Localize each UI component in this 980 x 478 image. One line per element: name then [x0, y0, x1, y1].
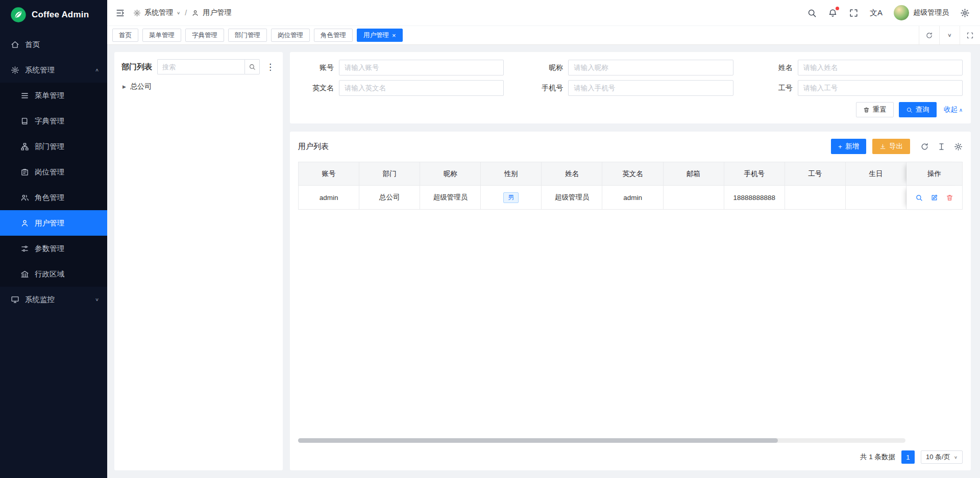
sidebar-item-post-management[interactable]: 岗位管理 [0, 159, 107, 185]
department-more-button[interactable]: ⋮ [265, 63, 276, 71]
english-name-input[interactable] [339, 80, 504, 96]
user-name: 超级管理员 [913, 8, 949, 17]
refresh-icon [925, 32, 933, 39]
nickname-input[interactable] [568, 60, 733, 76]
team-icon [20, 193, 29, 202]
page-number-button[interactable]: 1 [901, 450, 915, 464]
tab-bar: 首页 菜单管理 字典管理 部门管理 岗位管理 角色管理 用户管理 × ∨ [107, 26, 980, 45]
global-search-button[interactable] [807, 8, 817, 18]
refresh-icon[interactable] [920, 142, 929, 151]
column-header: 工号 [785, 162, 846, 186]
breadcrumb-item-system[interactable]: 系统管理 [144, 8, 173, 17]
export-button[interactable]: 导出 [872, 139, 910, 154]
refresh-tab-button[interactable] [919, 26, 939, 44]
phone-input[interactable] [568, 80, 733, 96]
content-fullscreen-button[interactable] [960, 26, 980, 44]
column-header: 英文名 [602, 162, 663, 186]
caret-right-icon[interactable]: ▶ [122, 84, 126, 89]
search-form-card: 账号 昵称 姓名 英文名 [290, 52, 971, 123]
notifications-button[interactable] [828, 8, 838, 18]
user-icon [191, 9, 199, 17]
page-size-select[interactable]: 10 条/页 ∨ [921, 450, 963, 464]
edit-icon[interactable] [930, 194, 938, 202]
tab-post-management[interactable]: 岗位管理 [271, 29, 310, 42]
query-button[interactable]: 查询 [899, 102, 937, 117]
chevron-down-icon: ∨ [947, 32, 952, 38]
column-settings-icon[interactable] [954, 142, 963, 151]
tab-close-icon[interactable]: × [392, 32, 396, 39]
chevron-down-icon: ∨ [954, 455, 958, 460]
user-menu[interactable]: 超级管理员 [894, 5, 949, 20]
sidebar-item-system-monitor[interactable]: 系统监控 ∨ [0, 287, 107, 312]
tab-dict-management[interactable]: 字典管理 [185, 29, 224, 42]
chevron-up-icon: ∧ [95, 67, 99, 72]
tree-node-head-office[interactable]: ▶ 总公司 [121, 82, 276, 91]
cell-dept: 总公司 [359, 186, 420, 210]
field-label: 英文名 [298, 84, 339, 93]
reset-button[interactable]: 重置 [856, 102, 894, 117]
sidebar-item-dict-management[interactable]: 字典管理 [0, 108, 107, 134]
sidebar-item-system-management[interactable]: 系统管理 ∧ [0, 57, 107, 83]
add-user-button[interactable]: + 新增 [831, 139, 866, 154]
table-title: 用户列表 [298, 142, 329, 152]
field-label: 手机号 [527, 84, 568, 93]
name-input[interactable] [798, 60, 963, 76]
field-label: 工号 [757, 84, 798, 93]
chevron-up-icon: ∧ [959, 107, 963, 113]
field-label: 昵称 [527, 63, 568, 72]
sidebar-item-home[interactable]: 首页 [0, 32, 107, 57]
fullscreen-button[interactable] [849, 8, 859, 18]
field-english-name: 英文名 [298, 80, 504, 96]
sidebar: Coffee Admin 首页 系统管理 ∧ 菜单管理 字典管理 [0, 0, 107, 478]
field-account: 账号 [298, 60, 504, 76]
field-label: 账号 [298, 63, 339, 72]
table-tools [920, 142, 963, 151]
sidebar-menu: 首页 系统管理 ∧ 菜单管理 字典管理 部门管理 [0, 30, 107, 478]
view-icon[interactable] [915, 194, 923, 202]
collapse-form-link[interactable]: 收起 ∧ [944, 105, 963, 114]
table-empty-area [298, 210, 963, 436]
cell-gender: 男 [481, 186, 542, 210]
cell-phone: 18888888888 [724, 186, 785, 210]
tab-dept-management[interactable]: 部门管理 [228, 29, 267, 42]
horizontal-scrollbar-thumb[interactable] [298, 438, 778, 443]
sidebar-item-menu-management[interactable]: 菜单管理 [0, 83, 107, 108]
list-icon [20, 91, 29, 100]
avatar [894, 5, 909, 20]
tab-home[interactable]: 首页 [112, 29, 138, 42]
sidebar-item-user-management[interactable]: 用户管理 [0, 210, 107, 236]
gender-tag: 男 [503, 192, 519, 203]
org-icon [20, 142, 29, 151]
gear-icon [11, 66, 19, 74]
sidebar-item-label: 系统管理 [25, 65, 89, 75]
expand-icon [966, 32, 974, 39]
sidebar-item-admin-region[interactable]: 行政区域 [0, 261, 107, 287]
chevron-down-icon: ∨ [177, 11, 180, 15]
search-icon [249, 63, 256, 70]
job-no-input[interactable] [798, 80, 963, 96]
delete-icon[interactable] [946, 194, 953, 202]
department-search-button[interactable] [244, 59, 260, 74]
sidebar-item-role-management[interactable]: 角色管理 [0, 185, 107, 210]
settings-button[interactable] [960, 8, 970, 18]
sidebar-item-label: 岗位管理 [35, 167, 99, 177]
tab-menu-management[interactable]: 菜单管理 [142, 29, 181, 42]
sidebar-collapse-button[interactable] [115, 8, 125, 18]
tab-user-management[interactable]: 用户管理 × [357, 29, 403, 42]
sidebar-item-label: 首页 [25, 40, 99, 49]
sidebar-item-dept-management[interactable]: 部门管理 [0, 134, 107, 159]
sidebar-item-param-management[interactable]: 参数管理 [0, 236, 107, 261]
account-input[interactable] [339, 60, 504, 76]
cell-english-name: admin [602, 186, 663, 210]
bank-icon [20, 270, 29, 279]
right-column: 账号 昵称 姓名 英文名 [290, 52, 971, 470]
department-search-input[interactable] [157, 59, 244, 74]
tab-role-management[interactable]: 角色管理 [314, 29, 353, 42]
tab-options-button[interactable]: ∨ [939, 26, 960, 44]
language-switch-button[interactable]: 文A [870, 8, 883, 18]
row-height-icon[interactable] [937, 142, 946, 151]
table-header-bar: 用户列表 + 新增 导出 [298, 139, 963, 154]
sidebar-item-label: 部门管理 [35, 142, 99, 152]
sidebar-item-label: 参数管理 [35, 244, 99, 254]
table-actions: + 新增 导出 [831, 139, 963, 154]
